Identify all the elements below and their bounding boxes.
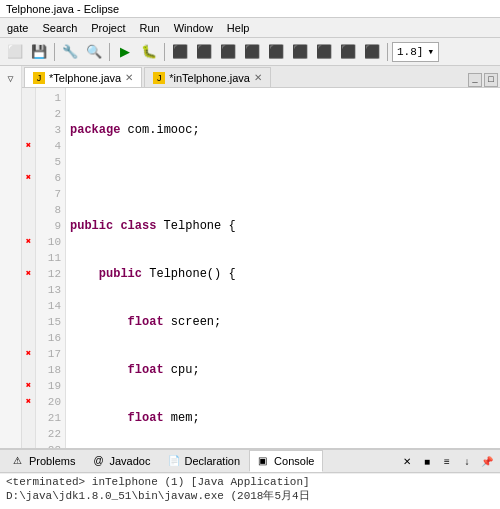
tab-telphone-close[interactable]: ✕: [125, 72, 133, 83]
code-line-3: public class Telphone {: [70, 218, 500, 234]
main-area: ▽ J *Telphone.java ✕ J *inTelphone.java …: [0, 66, 500, 509]
toolbar-sep-3: [164, 43, 165, 61]
title-text: Telphone.java - Eclipse: [6, 3, 119, 15]
menu-item-gate[interactable]: gate: [4, 21, 31, 35]
toolbar-btn-3[interactable]: 🔧: [59, 41, 81, 63]
btab-problems-label: Problems: [29, 455, 75, 467]
marker-16: [22, 330, 35, 346]
toolbar-btn-8[interactable]: ⬛: [241, 41, 263, 63]
tab-telphone[interactable]: J *Telphone.java ✕: [24, 67, 142, 87]
marker-12: ✖: [22, 266, 35, 282]
btab-console[interactable]: ▣ Console: [249, 450, 323, 472]
btab-javadoc[interactable]: @ Javadoc: [84, 450, 159, 472]
tab-telphone-icon: J: [33, 72, 45, 84]
toolbar-btn-7[interactable]: ⬛: [217, 41, 239, 63]
code-line-4: public Telphone() {: [70, 266, 500, 282]
code-area[interactable]: ✖ ✖ ✖ ✖ ✖ ✖ ✖: [22, 88, 500, 448]
btab-javadoc-label: Javadoc: [109, 455, 150, 467]
toolbar-sep-1: [54, 43, 55, 61]
code-line-7: float mem;: [70, 410, 500, 426]
console-output-text: <terminated> inTelphone (1) [Java Applic…: [6, 476, 310, 502]
marker-2: [22, 106, 35, 122]
marker-22: [22, 426, 35, 442]
jdk-version-text: 1.8]: [397, 46, 423, 58]
tab-intelphone-icon: J: [153, 72, 165, 84]
console-icon: ▣: [258, 455, 270, 467]
toolbar-btn-6[interactable]: ⬛: [193, 41, 215, 63]
tab-telphone-label: *Telphone.java: [49, 72, 121, 84]
menu-item-search[interactable]: Search: [39, 21, 80, 35]
toolbar-sep-2: [109, 43, 110, 61]
btab-declaration[interactable]: 📄 Declaration: [159, 450, 249, 472]
menu-item-window[interactable]: Window: [171, 21, 216, 35]
editor-area: J *Telphone.java ✕ J *inTelphone.java ✕ …: [22, 66, 500, 448]
problems-icon: ⚠: [13, 455, 25, 467]
toolbar-btn-run[interactable]: ▶: [114, 41, 136, 63]
marker-7: [22, 186, 35, 202]
code-content[interactable]: package com.imooc; public class Telphone…: [66, 88, 500, 448]
marker-9: [22, 218, 35, 234]
code-line-1: package com.imooc;: [70, 122, 500, 138]
console-btn-scroll[interactable]: ↓: [458, 452, 476, 470]
toolbar-btn-13[interactable]: ⬛: [361, 41, 383, 63]
declaration-icon: 📄: [168, 455, 180, 467]
menu-bar: gate Search Project Run Window Help: [0, 18, 500, 38]
jdk-version-dropdown[interactable]: 1.8] ▾: [392, 42, 439, 62]
code-line-6: float cpu;: [70, 362, 500, 378]
tab-intelphone-label: *inTelphone.java: [169, 72, 250, 84]
menu-item-help[interactable]: Help: [224, 21, 253, 35]
console-btn-stop[interactable]: ■: [418, 452, 436, 470]
toolbar-btn-12[interactable]: ⬛: [337, 41, 359, 63]
toolbar-btn-new[interactable]: ⬜: [4, 41, 26, 63]
code-line-5: float screen;: [70, 314, 500, 330]
toolbar-btn-search[interactable]: 🔍: [83, 41, 105, 63]
collapse-icon[interactable]: ▽: [3, 71, 19, 87]
tab-bar: J *Telphone.java ✕ J *inTelphone.java ✕ …: [22, 66, 500, 88]
left-panel: ▽: [0, 66, 22, 448]
toolbar-btn-10[interactable]: ⬛: [289, 41, 311, 63]
menu-item-project[interactable]: Project: [88, 21, 128, 35]
tab-intelphone[interactable]: J *inTelphone.java ✕: [144, 67, 271, 87]
btab-problems[interactable]: ⚠ Problems: [4, 450, 84, 472]
toolbar-btn-9[interactable]: ⬛: [265, 41, 287, 63]
toolbar-btn-save[interactable]: 💾: [28, 41, 50, 63]
toolbar-sep-4: [387, 43, 388, 61]
marker-19: ✖: [22, 378, 35, 394]
marker-21: [22, 410, 35, 426]
console-btn-clear[interactable]: ≡: [438, 452, 456, 470]
toolbar-btn-11[interactable]: ⬛: [313, 41, 335, 63]
minimize-button[interactable]: _: [468, 73, 482, 87]
marker-1: [22, 90, 35, 106]
marker-17: ✖: [22, 346, 35, 362]
console-btn-pin[interactable]: 📌: [478, 452, 496, 470]
marker-10: ✖: [22, 234, 35, 250]
bottom-tabs: ⚠ Problems @ Javadoc 📄 Declaration ▣ Con…: [0, 449, 500, 473]
btab-declaration-label: Declaration: [184, 455, 240, 467]
marker-15: [22, 314, 35, 330]
editor-container: ▽ J *Telphone.java ✕ J *inTelphone.java …: [0, 66, 500, 449]
marker-23: [22, 442, 35, 448]
tab-intelphone-close[interactable]: ✕: [254, 72, 262, 83]
btab-console-label: Console: [274, 455, 314, 467]
marker-11: [22, 250, 35, 266]
tab-maximize-controls: _ □: [468, 73, 498, 87]
line-numbers: 12345 678910 1112131415 1617181920 21222…: [36, 88, 66, 448]
chevron-down-icon: ▾: [427, 45, 434, 58]
menu-item-run[interactable]: Run: [137, 21, 163, 35]
marker-8: [22, 202, 35, 218]
marker-20: ✖: [22, 394, 35, 410]
javadoc-icon: @: [93, 455, 105, 467]
toolbar: ⬜ 💾 🔧 🔍 ▶ 🐛 ⬛ ⬛ ⬛ ⬛ ⬛ ⬛ ⬛ ⬛ ⬛ 1.8] ▾: [0, 38, 500, 66]
title-bar: Telphone.java - Eclipse: [0, 0, 500, 18]
marker-4: ✖: [22, 138, 35, 154]
maximize-button[interactable]: □: [484, 73, 498, 87]
toolbar-btn-5[interactable]: ⬛: [169, 41, 191, 63]
marker-6: ✖: [22, 170, 35, 186]
marker-13: [22, 282, 35, 298]
console-btn-x[interactable]: ✕: [398, 452, 416, 470]
marker-5: [22, 154, 35, 170]
marker-3: [22, 122, 35, 138]
line-markers: ✖ ✖ ✖ ✖ ✖ ✖ ✖: [22, 88, 36, 448]
marker-18: [22, 362, 35, 378]
toolbar-btn-debug[interactable]: 🐛: [138, 41, 160, 63]
